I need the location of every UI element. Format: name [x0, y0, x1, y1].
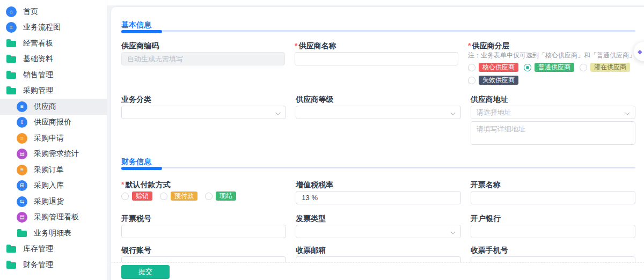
radio-icon: [580, 64, 587, 71]
supplier-address-detail-textarea[interactable]: [471, 121, 635, 145]
sidebar-item[interactable]: 基础资料: [0, 51, 107, 68]
chevron-down-icon: [276, 110, 280, 115]
sidebar-item[interactable]: ⇆ 采购退货: [0, 194, 107, 210]
payment-method-option[interactable]: 现结: [205, 191, 236, 201]
sidebar-item[interactable]: ≡ 供应商: [0, 99, 107, 115]
section-underline: [121, 30, 635, 33]
sidebar-item[interactable]: ≡ 采购申请: [0, 130, 107, 146]
tier-badge: 失效供应商: [479, 76, 518, 85]
invoice-tax-no-label: 开票税号: [121, 215, 286, 222]
payment-method-options: 赊销 预付款 现结: [121, 191, 286, 201]
sidebar-item-label: 销售管理: [23, 70, 53, 80]
radio-icon: [121, 193, 129, 200]
supplier-tier-note: 注：业务表单中仅可选到「核心供应商」和「普通供应商」: [468, 52, 635, 59]
payment-method-label: 默认付款方式: [121, 181, 286, 188]
sidebar-item[interactable]: ⌂ 首页: [0, 4, 107, 20]
sidebar-item-label: 采购退货: [34, 197, 64, 207]
bank-account-label: 银行账号: [121, 247, 286, 254]
field-invoice-tax-no: 开票税号: [121, 215, 286, 238]
sidebar-item[interactable]: 财务管理: [0, 257, 107, 273]
sidebar-item-label: 库存管理: [23, 244, 53, 254]
supplier-name-input[interactable]: [295, 52, 458, 65]
field-business-category: 业务分类: [121, 96, 286, 147]
sidebar-item[interactable]: ⇧ 供应商报价: [0, 115, 107, 131]
folder-icon: [6, 70, 17, 80]
vat-rate-label: 增值税税率: [296, 181, 460, 188]
field-supplier-name: 供应商名称: [295, 42, 458, 85]
business-category-label: 业务分类: [121, 96, 286, 103]
supplier-tier-options: 核心供应商 普通供应商 潜在供应商 失效供应商: [468, 63, 635, 85]
return-goods-icon: ⇆: [17, 196, 27, 207]
field-invoice-name: 开票名称: [471, 181, 635, 204]
sidebar-item-label: 采购管理看板: [34, 212, 79, 222]
sidebar-item[interactable]: 采购管理: [0, 83, 107, 99]
invoice-email-label: 收票邮箱: [296, 247, 460, 254]
chevron-down-icon: [625, 110, 630, 115]
sidebar-item[interactable]: 业务明细表: [0, 225, 107, 241]
radio-icon: [160, 193, 167, 200]
sidebar-item[interactable]: ▤ 采购管理看板: [0, 210, 107, 226]
payment-method-option[interactable]: 预付款: [160, 191, 197, 201]
supplier-tier-option[interactable]: 普通供应商: [524, 63, 574, 72]
sidebar-item-label: 经营看板: [23, 39, 53, 48]
supplier-code-label: 供应商编码: [121, 42, 285, 49]
folder-icon: [17, 228, 27, 239]
bank-name-input[interactable]: [471, 225, 635, 238]
invoice-type-label: 发票类型: [296, 215, 460, 222]
supplier-address-label: 供应商地址: [471, 96, 635, 103]
tier-badge: 潜在供应商: [590, 63, 630, 72]
field-bank-name: 开户银行: [471, 215, 635, 238]
sidebar-item-label: 采购申请: [34, 134, 64, 143]
business-category-select[interactable]: [121, 106, 286, 119]
sidebar-nav-list: ⌂ 首页 ≡ 业务流程图 经营看板 基础资料 销售管理 采购管理: [0, 4, 107, 273]
folder-icon: [6, 38, 17, 49]
sidebar-item[interactable]: 经营看板: [0, 35, 107, 51]
sidebar-item-label: 业务明细表: [34, 229, 71, 238]
chevron-down-icon: [451, 230, 455, 234]
sidebar-item-label: 采购需求统计: [34, 149, 79, 159]
sidebar-item-label: 供应商报价: [34, 117, 71, 127]
supplier-tier-option[interactable]: 潜在供应商: [580, 63, 630, 72]
supplier-tier-option[interactable]: 核心供应商: [468, 63, 518, 72]
tier-badge: 普通供应商: [535, 63, 574, 72]
invoice-tax-no-input[interactable]: [121, 225, 286, 238]
tier-badge: 核心供应商: [479, 63, 518, 72]
radio-icon: [524, 64, 531, 71]
sidebar-item[interactable]: 销售管理: [0, 67, 107, 83]
supplier-doc-icon: ≡: [17, 101, 27, 112]
supplier-tier-option[interactable]: 失效供应商: [468, 76, 518, 85]
field-vat-rate: 增值税税率: [296, 181, 460, 204]
app-window: ⌂ 首页 ≡ 业务流程图 经营看板 基础资料 销售管理 采购管理: [0, 0, 644, 280]
folder-icon: [6, 260, 17, 270]
demand-stats-icon: ▤: [17, 149, 27, 159]
supplier-code-input: [121, 52, 285, 65]
bank-name-label: 开户银行: [471, 215, 635, 222]
address-select-placeholder: 请选择地址: [477, 108, 511, 117]
supplier-level-select[interactable]: [296, 106, 460, 119]
sidebar-item[interactable]: ⊞ 采购入库: [0, 178, 107, 194]
purchase-request-icon: ≡: [17, 133, 27, 144]
field-invoice-type: 发票类型: [296, 215, 460, 238]
supplier-address-select[interactable]: 请选择地址: [471, 106, 635, 119]
home-icon: ⌂: [6, 6, 17, 17]
invoice-type-select[interactable]: [296, 225, 460, 238]
top-strip: [107, 0, 644, 5]
field-supplier-tier: 供应商分层 注：业务表单中仅可选到「核心供应商」和「普通供应商」 核心供应商 普…: [468, 42, 635, 85]
radio-icon: [468, 77, 475, 84]
invoice-name-input[interactable]: [471, 191, 635, 204]
purchase-order-icon: ≡: [17, 165, 27, 175]
sidebar-item[interactable]: 库存管理: [0, 241, 107, 257]
vat-rate-input[interactable]: [296, 191, 460, 204]
sidebar-item[interactable]: ≡ 采购订单: [0, 162, 107, 178]
payment-method-option[interactable]: 赊销: [121, 191, 152, 201]
submit-button[interactable]: 提交: [121, 265, 170, 279]
supplier-level-label: 供应商等级: [296, 96, 460, 103]
field-supplier-address: 供应商地址 请选择地址: [471, 96, 635, 147]
payment-badge: 现结: [216, 191, 236, 201]
folder-open-icon: [6, 85, 17, 96]
sidebar-item[interactable]: ≡ 业务流程图: [0, 20, 107, 36]
payment-badge: 预付款: [171, 191, 197, 201]
sidebar-item[interactable]: ▤ 采购需求统计: [0, 146, 107, 163]
folder-icon: [6, 244, 17, 254]
inbound-truck-icon: ⊞: [17, 180, 27, 191]
